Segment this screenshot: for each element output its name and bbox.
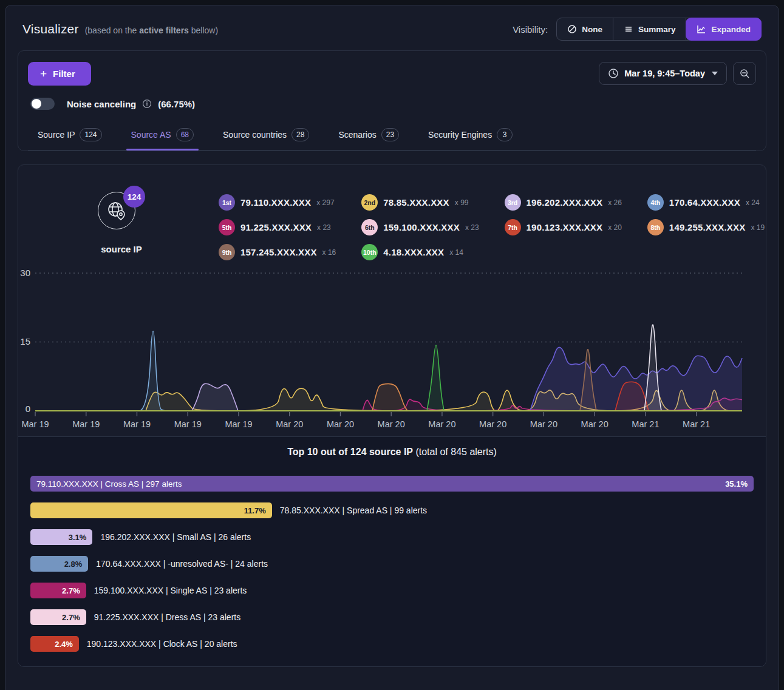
svg-text:Mar 20: Mar 20 [428,419,455,429]
bar-label: 78.85.XXX.XXX | Spread AS | 99 alerts [280,506,427,515]
top-ip-legend-item[interactable]: 7th 190.123.XXX.XXX x 20 [505,219,622,235]
visibility-option-expanded[interactable]: Expanded [686,18,762,41]
svg-text:Mar 19: Mar 19 [225,419,252,429]
tab-count-badge: 68 [176,128,194,141]
top-ip-legend-item[interactable]: 4th 170.64.XXX.XXX x 24 [647,194,765,211]
rank-badge: 6th [361,219,378,235]
add-filter-button[interactable]: + Filter [28,62,91,86]
tab-source-countries[interactable]: Source countries28 [222,121,310,150]
chevron-down-icon [712,72,718,75]
bar-label: 196.202.XXX.XXX | Small AS | 26 alerts [100,532,251,542]
svg-text:Mar 21: Mar 21 [683,419,710,429]
noise-canceling-percentage: (66.75%) [158,99,195,109]
top-ip-legend-item[interactable]: 3rd 196.202.XXX.XXX x 26 [505,194,622,211]
top-ip-legend-item[interactable]: 2nd 78.85.XXX.XXX x 99 [361,194,479,211]
svg-text:Mar 20: Mar 20 [327,419,354,429]
top10-bar-row: 3.1% 196.202.XXX.XXX | Small AS | 26 ale… [30,529,754,545]
top-ip-legend-item[interactable]: 1st 79.110.XXX.XXX x 297 [219,194,336,211]
svg-text:Mar 20: Mar 20 [276,419,303,429]
top10-bar: 11.7% [30,502,272,518]
svg-text:Mar 20: Mar 20 [479,419,506,429]
info-icon[interactable] [142,99,152,109]
zoom-out-icon [739,68,751,79]
svg-text:Mar 19: Mar 19 [174,419,202,429]
bar-label: 190.123.XXX.XXX | Clock AS | 20 alerts [87,639,237,649]
rank-badge: 3rd [505,194,521,211]
ip-address: 157.245.XXX.XXX [240,247,317,257]
top10-bar: 2.4% [30,636,79,652]
ip-address: 4.18.XXX.XXX [383,247,444,257]
visibility-option-summary[interactable]: Summary [613,18,687,40]
zoom-out-button[interactable] [733,62,756,85]
rank-badge: 8th [647,219,664,235]
top-ip-legend-item[interactable]: 6th 159.100.XXX.XXX x 23 [361,219,479,235]
tab-security-engines[interactable]: Security Engines3 [427,121,514,150]
tab-source-as[interactable]: Source AS68 [130,121,196,150]
top10-bar-row: 11.7% 78.85.XXX.XXX | Spread AS | 99 ale… [30,502,754,518]
filter-tabs: Source IP124 Source AS68 Source countrie… [28,121,756,151]
alert-count: x 19 [751,223,765,232]
visibility-segmented-control: None Summary Expanded [556,18,762,41]
toggle-knob [32,99,41,109]
visibility-option-label: None [582,25,602,34]
tab-count-badge: 28 [291,128,309,141]
entity-count-badge: 124 [123,186,145,208]
tab-count-badge: 124 [80,128,101,141]
alerts-timeline-chart: 30150Mar 19Mar 19Mar 19Mar 19Mar 19Mar 2… [18,260,766,436]
top-ip-legend-item[interactable]: 10th 4.18.XXX.XXX x 14 [361,244,479,260]
bar-percentage: 2.7% [62,586,80,595]
top10-title: Top 10 out of 124 source IP (total of 84… [30,447,754,458]
rank-badge: 5th [219,219,235,235]
svg-text:Mar 21: Mar 21 [632,419,659,429]
entity-summary: 124 source IP [24,176,219,260]
alert-count: x 23 [465,223,479,232]
entity-label: source IP [101,244,142,254]
svg-text:30: 30 [20,268,30,278]
bar-percentage: 2.8% [64,560,83,569]
top10-bar-row: 2.7% 91.225.XXX.XXX | Dress AS | 23 aler… [30,609,754,625]
bar-label: 170.64.XXX.XXX | -unresolved AS- | 24 al… [96,559,268,569]
alert-count: x 23 [317,223,331,232]
svg-text:Mar 20: Mar 20 [530,419,557,429]
alert-count: x 26 [608,198,622,207]
bar-percentage: 11.7% [244,506,266,515]
tab-count-badge: 3 [497,128,513,141]
bar-percentage: 35.1% [725,479,748,489]
rank-badge: 7th [505,219,521,235]
alert-count: x 24 [746,198,760,207]
visibility-option-none[interactable]: None [557,18,613,40]
svg-text:Mar 20: Mar 20 [581,419,608,429]
bar-percentage: 2.4% [55,640,73,649]
top-ip-legend-item[interactable]: 8th 149.255.XXX.XXX x 19 [647,219,765,235]
tab-source-ip[interactable]: Source IP124 [36,121,103,150]
summary-icon [624,24,633,34]
bar-label: 91.225.XXX.XXX | Dress AS | 23 alerts [94,612,241,622]
top10-bar-row: 2.4% 190.123.XXX.XXX | Clock AS | 20 ale… [30,636,754,652]
chart-panel: 124 source IP 1st 79.110.XXX.XXX x 297 2… [18,164,766,667]
top-ip-legend-item[interactable]: 5th 91.225.XXX.XXX x 23 [219,219,336,235]
tab-scenarios[interactable]: Scenarios23 [337,121,400,150]
bar-label: 159.100.XXX.XXX | Single AS | 23 alerts [94,586,247,595]
header: Visualizer (based on the active filters … [18,5,766,50]
expanded-chart-icon [697,24,706,34]
alert-count: x 16 [322,248,336,257]
svg-text:Mar 19: Mar 19 [21,419,49,429]
top-ips-legend: 1st 79.110.XXX.XXX x 297 2nd 78.85.XXX.X… [219,176,765,260]
ip-address: 78.85.XXX.XXX [383,197,449,208]
ip-address: 190.123.XXX.XXX [527,222,603,232]
top10-bar: 3.1% [30,529,92,545]
date-range-value: Mar 19, 9:45–Today [624,69,705,78]
page-title: Visualizer [22,22,79,36]
date-range-button[interactable]: Mar 19, 9:45–Today [599,62,727,85]
rank-badge: 2nd [361,194,378,211]
visibility-label: Visibility: [513,24,548,35]
page-subtitle: (based on the active filters bellow) [85,25,218,35]
top-ip-legend-item[interactable]: 9th 157.245.XXX.XXX x 16 [219,244,336,260]
alert-count: x 99 [455,198,469,207]
bar-percentage: 3.1% [69,533,87,542]
visibility-option-label: Summary [638,25,676,34]
noise-canceling-toggle[interactable] [30,98,55,110]
top10-section: Top 10 out of 124 source IP (total of 84… [18,436,766,666]
visualizer-panel: Visualizer (based on the active filters … [5,5,779,690]
rank-badge: 1st [219,194,235,211]
